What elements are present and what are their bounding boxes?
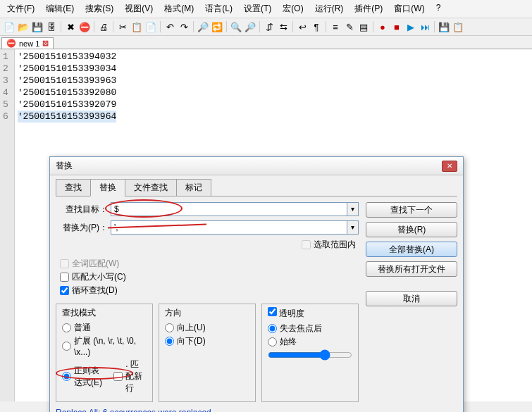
save-all-icon[interactable]: 🗄 (45, 20, 58, 33)
menu-item[interactable]: 窗口(W) (390, 1, 428, 16)
play-icon[interactable]: ▶ (404, 20, 417, 33)
close-icon[interactable]: ✖ (64, 20, 77, 33)
mode-extended-label: 扩展 (\n, \r, \t, \0, \x...) (74, 335, 147, 357)
dialog-tab[interactable]: 查找 (56, 179, 91, 196)
undo-icon[interactable]: ↶ (163, 20, 176, 33)
mode-regex-radio[interactable] (62, 372, 71, 381)
file-tab-label: new 1 (19, 39, 39, 48)
redo-icon[interactable]: ↷ (178, 20, 190, 33)
dialog-tab[interactable]: 文件查找 (125, 179, 177, 196)
whole-word-label: 全词匹配(W) (72, 258, 119, 270)
dialog-title: 替换 (56, 160, 73, 172)
misc-icon[interactable]: 📋 (452, 20, 464, 33)
find-dropdown[interactable]: ▾ (347, 202, 359, 216)
copy-icon[interactable]: 📋 (130, 20, 143, 33)
menubar: 文件(F)编辑(E)搜索(S)视图(V)格式(M)语言(L)设置(T)宏(O)运… (0, 0, 532, 18)
transparency-checkbox[interactable] (268, 307, 277, 316)
new-icon[interactable]: 📄 (3, 20, 16, 33)
toolbar-separator (160, 21, 161, 32)
replace-in-open-button[interactable]: 替换所有打开文件 (366, 261, 457, 277)
toolbar-separator (61, 21, 61, 32)
menu-item[interactable]: 运行(R) (311, 1, 348, 16)
trans-lose-focus-radio[interactable] (268, 324, 277, 333)
wrap-checkbox[interactable] (60, 286, 69, 295)
wrap-icon[interactable]: ↩ (296, 20, 309, 33)
close-all-icon[interactable]: ⛔ (78, 20, 91, 33)
menu-item[interactable]: 视图(V) (120, 1, 157, 16)
transparency-slider[interactable] (268, 349, 352, 361)
menu-item[interactable]: 设置(T) (240, 1, 276, 16)
menu-item[interactable]: 插件(P) (350, 1, 387, 16)
dialog-titlebar[interactable]: 替换 ✕ (50, 157, 463, 175)
mode-normal-radio[interactable] (62, 323, 71, 332)
menu-item[interactable]: ? (432, 1, 445, 16)
doc-map-icon[interactable]: ▤ (357, 20, 370, 33)
code-line[interactable]: '25001510153394032 (18, 51, 116, 63)
find-icon[interactable]: 🔎 (197, 20, 209, 33)
find-input[interactable] (111, 202, 347, 216)
ff-icon[interactable]: ⏭ (419, 20, 431, 33)
cut-icon[interactable]: ✂ (116, 20, 129, 33)
mode-normal-label: 普通 (74, 322, 91, 334)
toolbar-separator (226, 21, 227, 32)
dialog-tab[interactable]: 标记 (176, 179, 211, 196)
dialog-close-button[interactable]: ✕ (442, 161, 457, 172)
toolbar-separator (113, 21, 113, 32)
menu-item[interactable]: 搜索(S) (81, 1, 118, 16)
dot-newline-checkbox[interactable] (113, 372, 123, 381)
menu-item[interactable]: 编辑(E) (42, 1, 78, 16)
dialog-tab[interactable]: 替换 (90, 179, 125, 196)
mode-regex-label: 正则表达式(E) (74, 365, 103, 389)
open-icon[interactable]: 📂 (17, 20, 30, 33)
replace-dialog: 替换 ✕ 查找替换文件查找标记 查找目标： ▾ 替换为(P)： ▾ 选取范围内 (49, 156, 464, 412)
replace-all-button[interactable]: 全部替换(A) (366, 242, 457, 257)
cancel-button[interactable]: 取消 (366, 291, 457, 306)
search-mode-group: 查找模式 普通 扩展 (\n, \r, \t, \0, \x...) 正则表达式… (56, 304, 153, 402)
save-macro-icon[interactable]: 💾 (438, 20, 450, 33)
find-label: 查找目标： (56, 204, 108, 216)
file-tab[interactable]: ⛔ new 1 ⊠ (1, 37, 54, 49)
line-gutter: 123456 (0, 49, 15, 401)
dir-up-label: 向上(U) (177, 322, 206, 334)
transparency-group: 透明度 失去焦点后 始终 (261, 304, 359, 402)
match-case-checkbox[interactable] (60, 273, 69, 282)
sync-v-icon[interactable]: ⇵ (263, 20, 276, 33)
record-icon[interactable]: ● (376, 20, 389, 33)
indent-guide-icon[interactable]: ≡ (329, 20, 342, 33)
stop-icon[interactable]: ■ (390, 20, 403, 33)
mode-extended-radio[interactable] (62, 342, 71, 351)
print-icon[interactable]: 🖨 (97, 20, 110, 33)
toolbar-separator (434, 21, 435, 32)
all-chars-icon[interactable]: ¶ (310, 20, 323, 33)
sync-h-icon[interactable]: ⇆ (277, 20, 290, 33)
toolbar-separator (193, 21, 194, 32)
tab-close-icon[interactable]: ⊠ (42, 39, 49, 48)
menu-item[interactable]: 宏(O) (278, 1, 307, 16)
dialog-status: Replace All: 6 occurrences were replaced… (56, 406, 457, 412)
match-case-label: 匹配大小写(C) (72, 271, 126, 283)
trans-always-radio[interactable] (268, 337, 277, 347)
replace-dropdown[interactable]: ▾ (347, 220, 359, 235)
dir-down-radio[interactable] (165, 337, 174, 346)
search-mode-legend: 查找模式 (62, 307, 147, 319)
dirty-icon: ⛔ (6, 39, 16, 48)
paste-icon[interactable]: 📄 (144, 20, 157, 33)
dir-up-radio[interactable] (165, 323, 174, 332)
lang-icon[interactable]: ✎ (343, 20, 356, 33)
wrap-label: 循环查找(D) (72, 285, 118, 296)
replace-button[interactable]: 替换(R) (366, 222, 457, 237)
save-icon[interactable]: 💾 (31, 20, 44, 33)
menu-item[interactable]: 格式(M) (160, 1, 198, 16)
replace-icon[interactable]: 🔁 (211, 20, 223, 33)
menu-item[interactable]: 文件(F) (3, 1, 39, 16)
code-line[interactable]: '25001510153393963 (18, 75, 116, 87)
zoom-in-icon[interactable]: 🔍 (230, 20, 242, 33)
code-line[interactable]: '25001510153392079 (18, 99, 116, 111)
code-line[interactable]: '25001510153393964 (18, 111, 116, 123)
code-line[interactable]: '25001510153392080 (18, 87, 116, 99)
code-line[interactable]: '25001510153393034 (18, 63, 116, 75)
find-next-button[interactable]: 查找下一个 (366, 202, 457, 218)
zoom-out-icon[interactable]: 🔎 (244, 20, 256, 33)
replace-input[interactable] (111, 220, 347, 235)
menu-item[interactable]: 语言(L) (201, 1, 237, 16)
